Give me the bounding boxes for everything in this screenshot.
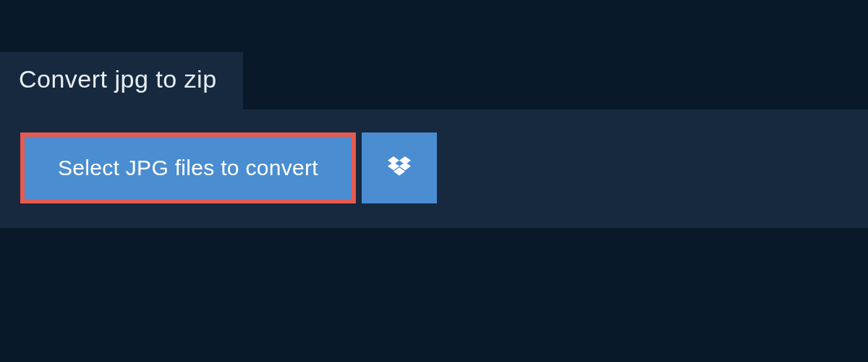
select-files-label: Select JPG files to convert — [58, 156, 318, 180]
file-select-row: Select JPG files to convert — [20, 132, 848, 203]
tab-bar: Convert jpg to zip — [0, 0, 868, 109]
dropbox-button[interactable] — [362, 132, 437, 203]
converter-panel: Select JPG files to convert — [0, 109, 868, 228]
tab-convert-jpg-to-zip[interactable]: Convert jpg to zip — [0, 52, 243, 109]
tab-label: Convert jpg to zip — [19, 65, 217, 93]
select-files-button[interactable]: Select JPG files to convert — [20, 132, 356, 203]
dropbox-icon — [385, 153, 414, 182]
